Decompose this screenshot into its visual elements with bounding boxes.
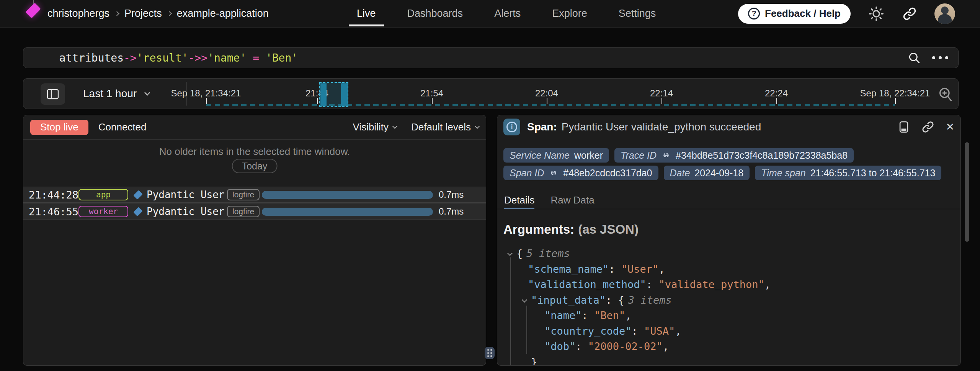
timeline-histogram-baseline [206, 104, 895, 106]
timeline-tick [776, 98, 777, 104]
query-token: ->> [188, 52, 208, 64]
timeline-tick [206, 98, 207, 104]
tab-dashboards[interactable]: Dashboards [407, 8, 463, 20]
top-bar: christophergs Projects example-applicati… [0, 0, 980, 28]
span-title: Pydantic User [147, 187, 225, 202]
default-levels-dropdown[interactable]: Default levels [411, 121, 479, 133]
span-row[interactable]: 21:44:28 app Pydantic User logfire 0.7ms [23, 187, 486, 203]
visibility-dropdown[interactable]: Visibility [353, 121, 396, 133]
timeline-selection-brush[interactable] [319, 82, 348, 107]
timeline-tick [432, 98, 433, 104]
json-line: } [503, 355, 954, 366]
collapse-caret-icon[interactable] [522, 297, 527, 302]
query-token: 'name' [207, 52, 246, 64]
today-button[interactable]: Today [232, 159, 278, 173]
timeline-tick [317, 98, 318, 104]
grip-dots-icon [487, 349, 492, 357]
breadcrumb-section[interactable]: Projects [124, 8, 162, 20]
timeline-tick-label: 21:54 [420, 88, 443, 99]
link-icon[interactable] [549, 168, 559, 178]
share-link-icon[interactable] [902, 6, 917, 21]
feedback-help-button[interactable]: ? Feedback / Help [738, 4, 851, 24]
json-line: "country_code": "USA", [503, 324, 954, 339]
json-tree: {5 items "schema_name": "User", "validat… [503, 246, 954, 366]
tab-details[interactable]: Details [504, 192, 534, 209]
main-nav: Live Dashboards Alerts Explore Settings [357, 0, 656, 27]
span-detail-header: i Span: Pydantic User validate_python su… [503, 118, 954, 136]
timeline-tick-label: 22:14 [650, 88, 673, 99]
span-meta-badges-row: Span ID #48eb2cdcdc317da0 Date 2024-09-1… [503, 166, 954, 180]
zoom-in-icon[interactable] [938, 86, 954, 103]
service-tag: app [78, 189, 128, 200]
query-input[interactable]: attributes->'result'->>'name' = 'Ben' [23, 47, 959, 68]
timeline-start-label: Sep 18, 21:34:21 [171, 88, 241, 99]
live-view-header: Stop live Connected Visibility Default l… [23, 115, 486, 140]
timeline-tick-label: 22:24 [765, 88, 788, 99]
tab-settings[interactable]: Settings [619, 8, 656, 20]
span-kind-diamond-icon [133, 207, 142, 216]
search-icon[interactable] [908, 51, 921, 64]
tab-alerts[interactable]: Alerts [494, 8, 521, 20]
scope-tag: logfire [227, 189, 260, 200]
breadcrumb-project[interactable]: example-application [177, 8, 269, 20]
json-root-line: {5 items [503, 246, 954, 262]
query-token: 'result' [137, 52, 188, 64]
more-options-icon[interactable] [932, 56, 948, 59]
theme-toggle-icon[interactable] [868, 5, 885, 22]
timeline-tick-label: 22:04 [535, 88, 558, 99]
chevron-down-icon [144, 90, 150, 96]
timeline-end-label: Sep 18, 22:34:21 [860, 88, 930, 99]
sidebar-toggle-button[interactable] [41, 83, 65, 105]
time-range-selector[interactable]: Last 1 hour [83, 79, 149, 109]
visibility-label: Visibility [353, 121, 388, 133]
date-badge: Date 2024-09-18 [664, 166, 750, 180]
span-row[interactable]: 21:46:55 worker Pydantic User logfire 0.… [23, 203, 486, 220]
tab-raw-data[interactable]: Raw Data [550, 192, 594, 209]
empty-window-message: No older items in the selected time wind… [23, 146, 486, 158]
service-tag: worker [78, 206, 128, 217]
span-meta-badges-row: Service Name worker Trace ID #34bd8e51d7… [503, 148, 954, 163]
dock-panel-icon[interactable] [897, 120, 910, 133]
timeline-tick [895, 98, 896, 104]
trace-id-badge[interactable]: Trace ID #34bd8e51d73c3f4c8a189b72338a5b… [614, 148, 854, 163]
query-token: 'Ben' [266, 52, 298, 64]
breadcrumb-org[interactable]: christophergs [47, 8, 109, 20]
span-time: 21:46:55 [29, 204, 78, 219]
time-span-badge: Time span 21:46:55.713 to 21:46:55.713 [755, 166, 941, 180]
info-icon: i [503, 119, 520, 135]
user-avatar[interactable] [934, 3, 955, 24]
query-token: = [246, 52, 266, 64]
time-range-label: Last 1 hour [83, 88, 137, 100]
json-line: "name": "Ben", [503, 308, 954, 324]
logfire-logo-icon[interactable] [25, 3, 41, 18]
top-right-actions: ? Feedback / Help [738, 0, 955, 27]
tab-live[interactable]: Live [357, 8, 376, 20]
copy-link-icon[interactable] [921, 120, 935, 134]
scope-tag: logfire [227, 206, 260, 217]
span-kind-diamond-icon [133, 190, 142, 199]
page-scrollbar-thumb[interactable] [965, 142, 969, 242]
span-duration-bar [262, 191, 433, 199]
link-icon[interactable] [661, 150, 671, 160]
json-line: "input_data": {3 items [503, 293, 954, 308]
span-duration-bar [262, 208, 433, 216]
chevron-down-icon [475, 124, 480, 129]
span-detail-title: Pydantic User validate_python succeeded [562, 121, 761, 133]
detail-tabs: Details Raw Data [497, 192, 960, 209]
help-icon: ? [748, 8, 760, 20]
collapse-caret-icon[interactable] [507, 251, 513, 256]
span-detail-panel: i Span: Pydantic User validate_python su… [497, 115, 961, 366]
close-icon[interactable]: ✕ [946, 122, 954, 132]
panel-resize-handle[interactable] [485, 347, 495, 359]
span-duration: 0.7ms [439, 204, 466, 219]
breadcrumb-separator-icon [114, 11, 119, 16]
default-levels-label: Default levels [411, 121, 471, 133]
connection-status: Connected [98, 121, 147, 133]
span-id-badge[interactable]: Span ID #48eb2cdcdc317da0 [503, 166, 658, 180]
service-name-badge: Service Name worker [503, 148, 609, 163]
breadcrumb-separator-icon [167, 11, 172, 16]
span-kind-label: Span: [527, 121, 557, 133]
span-duration: 0.7ms [439, 187, 466, 202]
tab-explore[interactable]: Explore [552, 8, 587, 20]
stop-live-button[interactable]: Stop live [30, 120, 88, 135]
